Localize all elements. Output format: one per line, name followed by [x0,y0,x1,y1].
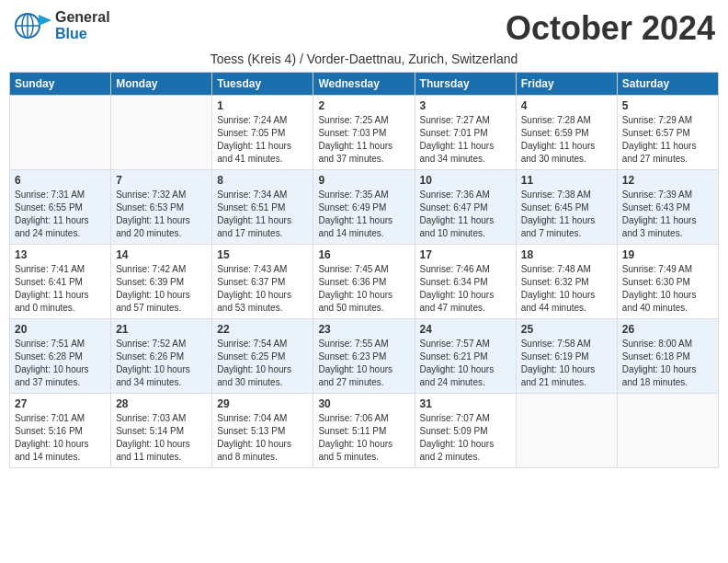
day-info: Sunrise: 7:24 AM Sunset: 7:05 PM Dayligh… [217,114,308,166]
day-number: 20 [15,323,106,336]
logo-icon [13,9,51,42]
day-info: Sunrise: 7:27 AM Sunset: 7:01 PM Dayligh… [420,114,511,166]
month-title: October 2024 [506,9,715,48]
logo-blue: Blue [55,26,87,41]
day-number: 17 [420,248,511,261]
calendar-week-1: 1Sunrise: 7:24 AM Sunset: 7:05 PM Daylig… [10,96,719,170]
day-cell-11: 11Sunrise: 7:38 AM Sunset: 6:45 PM Dayli… [516,170,617,245]
day-cell-29: 29Sunrise: 7:04 AM Sunset: 5:13 PM Dayli… [212,394,313,468]
day-number: 10 [420,174,511,187]
weekday-tuesday: Tuesday [212,73,313,96]
day-info: Sunrise: 7:41 AM Sunset: 6:41 PM Dayligh… [15,263,106,315]
day-info: Sunrise: 7:01 AM Sunset: 5:16 PM Dayligh… [15,412,106,464]
calendar-week-2: 6Sunrise: 7:31 AM Sunset: 6:55 PM Daylig… [10,170,719,245]
day-info: Sunrise: 7:31 AM Sunset: 6:55 PM Dayligh… [15,189,106,240]
day-number: 27 [15,397,106,410]
day-cell-28: 28Sunrise: 7:03 AM Sunset: 5:14 PM Dayli… [111,394,212,468]
day-cell-31: 31Sunrise: 7:07 AM Sunset: 5:09 PM Dayli… [415,394,516,468]
weekday-friday: Friday [516,73,617,96]
day-cell-24: 24Sunrise: 7:57 AM Sunset: 6:21 PM Dayli… [415,319,516,394]
day-info: Sunrise: 7:07 AM Sunset: 5:09 PM Dayligh… [420,412,511,464]
day-cell-17: 17Sunrise: 7:46 AM Sunset: 6:34 PM Dayli… [415,245,516,319]
day-number: 11 [521,174,612,187]
weekday-thursday: Thursday [415,73,516,96]
day-number: 8 [217,174,308,187]
day-number: 16 [318,248,409,261]
calendar-week-3: 13Sunrise: 7:41 AM Sunset: 6:41 PM Dayli… [10,245,719,319]
day-cell-25: 25Sunrise: 7:58 AM Sunset: 6:19 PM Dayli… [516,319,617,394]
empty-cell [111,96,212,170]
day-cell-20: 20Sunrise: 7:51 AM Sunset: 6:28 PM Dayli… [10,319,111,394]
empty-cell [516,394,617,468]
day-cell-30: 30Sunrise: 7:06 AM Sunset: 5:11 PM Dayli… [313,394,415,468]
day-info: Sunrise: 7:45 AM Sunset: 6:36 PM Dayligh… [318,263,409,315]
day-info: Sunrise: 8:00 AM Sunset: 6:18 PM Dayligh… [622,338,713,389]
day-number: 14 [116,248,207,261]
day-info: Sunrise: 7:49 AM Sunset: 6:30 PM Dayligh… [622,263,713,315]
day-info: Sunrise: 7:06 AM Sunset: 5:11 PM Dayligh… [318,412,409,464]
day-info: Sunrise: 7:36 AM Sunset: 6:47 PM Dayligh… [420,189,511,240]
day-cell-12: 12Sunrise: 7:39 AM Sunset: 6:43 PM Dayli… [617,170,718,245]
day-cell-7: 7Sunrise: 7:32 AM Sunset: 6:53 PM Daylig… [111,170,212,245]
day-number: 15 [217,248,308,261]
day-info: Sunrise: 7:29 AM Sunset: 6:57 PM Dayligh… [622,114,713,166]
day-info: Sunrise: 7:51 AM Sunset: 6:28 PM Dayligh… [15,338,106,389]
calendar-week-4: 20Sunrise: 7:51 AM Sunset: 6:28 PM Dayli… [10,319,719,394]
day-info: Sunrise: 7:03 AM Sunset: 5:14 PM Dayligh… [116,412,207,464]
day-cell-22: 22Sunrise: 7:54 AM Sunset: 6:25 PM Dayli… [212,319,313,394]
day-info: Sunrise: 7:25 AM Sunset: 7:03 PM Dayligh… [318,114,409,166]
day-info: Sunrise: 7:38 AM Sunset: 6:45 PM Dayligh… [521,189,612,240]
day-cell-23: 23Sunrise: 7:55 AM Sunset: 6:23 PM Dayli… [313,319,415,394]
day-number: 31 [420,397,511,410]
day-cell-15: 15Sunrise: 7:43 AM Sunset: 6:37 PM Dayli… [212,245,313,319]
empty-cell [617,394,718,468]
day-number: 28 [116,397,207,410]
day-info: Sunrise: 7:34 AM Sunset: 6:51 PM Dayligh… [217,189,308,240]
day-number: 24 [420,323,511,336]
day-info: Sunrise: 7:35 AM Sunset: 6:49 PM Dayligh… [318,189,409,240]
day-number: 19 [622,248,713,261]
day-info: Sunrise: 7:55 AM Sunset: 6:23 PM Dayligh… [318,338,409,389]
day-cell-19: 19Sunrise: 7:49 AM Sunset: 6:30 PM Dayli… [617,245,718,319]
empty-cell [10,96,111,170]
day-number: 29 [217,397,308,410]
day-number: 23 [318,323,409,336]
day-number: 18 [521,248,612,261]
day-cell-18: 18Sunrise: 7:48 AM Sunset: 6:32 PM Dayli… [516,245,617,319]
day-info: Sunrise: 7:52 AM Sunset: 6:26 PM Dayligh… [116,338,207,389]
day-cell-16: 16Sunrise: 7:45 AM Sunset: 6:36 PM Dayli… [313,245,415,319]
day-number: 1 [217,99,308,112]
calendar-week-5: 27Sunrise: 7:01 AM Sunset: 5:16 PM Dayli… [10,394,719,468]
day-cell-1: 1Sunrise: 7:24 AM Sunset: 7:05 PM Daylig… [212,96,313,170]
day-info: Sunrise: 7:48 AM Sunset: 6:32 PM Dayligh… [521,263,612,315]
weekday-header-row: SundayMondayTuesdayWednesdayThursdayFrid… [10,73,719,96]
weekday-wednesday: Wednesday [313,73,415,96]
day-cell-3: 3Sunrise: 7:27 AM Sunset: 7:01 PM Daylig… [415,96,516,170]
calendar-subtitle: Toess (Kreis 4) / Vorder-Daettnau, Zuric… [9,52,719,66]
logo-text: General Blue [55,9,110,41]
weekday-saturday: Saturday [617,73,718,96]
day-info: Sunrise: 7:46 AM Sunset: 6:34 PM Dayligh… [420,263,511,315]
day-number: 4 [521,99,612,112]
weekday-monday: Monday [111,73,212,96]
day-cell-5: 5Sunrise: 7:29 AM Sunset: 6:57 PM Daylig… [617,96,718,170]
day-number: 26 [622,323,713,336]
day-cell-27: 27Sunrise: 7:01 AM Sunset: 5:16 PM Dayli… [10,394,111,468]
day-cell-6: 6Sunrise: 7:31 AM Sunset: 6:55 PM Daylig… [10,170,111,245]
day-cell-14: 14Sunrise: 7:42 AM Sunset: 6:39 PM Dayli… [111,245,212,319]
weekday-sunday: Sunday [10,73,111,96]
calendar-table: SundayMondayTuesdayWednesdayThursdayFrid… [9,72,719,468]
day-info: Sunrise: 7:28 AM Sunset: 6:59 PM Dayligh… [521,114,612,166]
day-cell-21: 21Sunrise: 7:52 AM Sunset: 6:26 PM Dayli… [111,319,212,394]
day-info: Sunrise: 7:43 AM Sunset: 6:37 PM Dayligh… [217,263,308,315]
day-cell-2: 2Sunrise: 7:25 AM Sunset: 7:03 PM Daylig… [313,96,415,170]
logo: General Blue [13,9,110,42]
svg-marker-4 [39,15,51,26]
day-info: Sunrise: 7:54 AM Sunset: 6:25 PM Dayligh… [217,338,308,389]
day-cell-4: 4Sunrise: 7:28 AM Sunset: 6:59 PM Daylig… [516,96,617,170]
day-info: Sunrise: 7:39 AM Sunset: 6:43 PM Dayligh… [622,189,713,240]
day-cell-10: 10Sunrise: 7:36 AM Sunset: 6:47 PM Dayli… [415,170,516,245]
day-cell-13: 13Sunrise: 7:41 AM Sunset: 6:41 PM Dayli… [10,245,111,319]
day-number: 25 [521,323,612,336]
day-number: 13 [15,248,106,261]
